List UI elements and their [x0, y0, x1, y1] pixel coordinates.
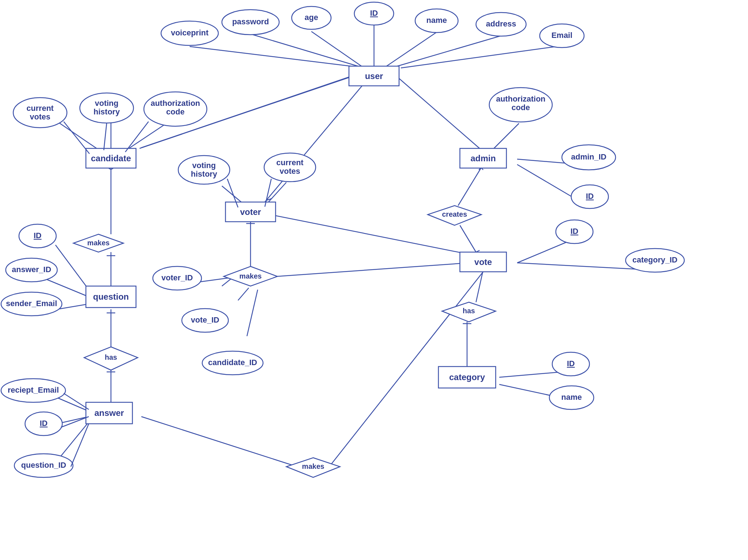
svg-line-40: [238, 288, 249, 300]
svg-line-26: [55, 245, 89, 290]
attr-auth-code-cand-label2: code: [166, 107, 184, 116]
svg-line-13: [397, 77, 480, 148]
entity-category-label: category: [449, 372, 485, 382]
attr-voter-id-label: voter_ID: [161, 273, 193, 282]
svg-line-67: [71, 424, 89, 467]
attr-current-votes-cand-label2: votes: [30, 112, 50, 121]
attr-address-label: address: [486, 19, 516, 28]
svg-line-41: [247, 290, 258, 336]
attr-voting-history-voter-label1: voting: [192, 161, 216, 170]
attr-admin-id-label: admin_ID: [571, 152, 606, 161]
attr-id-vote-label: ID: [570, 227, 578, 236]
svg-line-69: [104, 123, 107, 150]
svg-line-21: [268, 182, 286, 202]
entity-answer-label: answer: [94, 408, 124, 418]
svg-line-17: [494, 123, 519, 148]
svg-line-39: [222, 279, 231, 286]
entity-question-label: question: [93, 292, 129, 301]
attr-id-category-label: ID: [567, 359, 575, 368]
entity-user-label: user: [365, 71, 383, 81]
svg-line-1: [251, 34, 358, 66]
er-diagram: user candidate voter admin vote question…: [0, 0, 748, 560]
svg-line-50: [517, 240, 573, 263]
attr-auth-code-cand-label1: authorization: [151, 99, 200, 108]
attr-auth-code-admin-label2: code: [511, 103, 530, 112]
svg-line-2: [311, 31, 361, 66]
svg-line-56: [499, 372, 562, 377]
attr-category-id-label: category_ID: [632, 255, 677, 264]
svg-line-45: [458, 164, 483, 206]
svg-line-4: [387, 32, 437, 66]
attr-email-user-label: Email: [552, 31, 573, 40]
svg-line-14: [57, 122, 97, 148]
entity-admin-label: admin: [471, 153, 496, 163]
rel-has-category-label: has: [463, 307, 475, 315]
attr-name-user-label: name: [426, 16, 447, 25]
svg-line-68: [64, 122, 89, 154]
attr-voting-history-cand-label2: history: [93, 107, 120, 116]
rel-has-answer-label: has: [105, 353, 117, 361]
rel-makes-voter-label: makes: [239, 272, 262, 280]
svg-line-20: [222, 186, 243, 204]
attr-auth-code-admin-label1: authorization: [496, 94, 545, 103]
rel-makes-candidate-label: makes: [87, 239, 110, 247]
attr-id-user-label: ID: [370, 9, 378, 18]
attr-answer-id-label: answer_ID: [12, 265, 51, 274]
svg-line-48: [460, 225, 476, 252]
svg-line-58: [141, 417, 297, 467]
entity-voter-label: voter: [240, 207, 261, 217]
entity-vote-label: vote: [474, 257, 492, 267]
attr-name-category-label: name: [561, 393, 582, 402]
svg-line-52: [476, 270, 483, 302]
svg-line-42: [267, 263, 469, 277]
attr-current-votes-voter-label1: current: [276, 158, 303, 167]
attr-id-answer-label: ID: [40, 419, 48, 428]
attr-password-label: password: [232, 17, 269, 26]
attr-reciept-email-label: reciept_Email: [8, 385, 59, 394]
attr-vote-id-label: vote_ID: [191, 315, 219, 324]
entity-candidate-label: candidate: [91, 153, 131, 163]
attr-voting-history-voter-label2: history: [191, 170, 217, 178]
rel-makes-answer-label: makes: [302, 462, 324, 470]
attr-sender-email-label: sender_Email: [6, 299, 57, 308]
attr-id-admin-label: ID: [586, 192, 594, 201]
attr-current-votes-voter-label2: votes: [280, 167, 300, 176]
attr-candidate-id-label: candidate_ID: [208, 358, 257, 367]
svg-line-6: [401, 46, 562, 68]
attr-voiceprint-label: voiceprint: [171, 28, 209, 37]
svg-line-70: [125, 122, 149, 152]
attr-question-id-label: question_ID: [21, 461, 66, 470]
attr-voting-history-cand-label1: voting: [95, 99, 118, 108]
svg-line-44: [270, 215, 467, 254]
attr-age-label: age: [305, 13, 318, 22]
attr-current-votes-cand-label1: current: [26, 104, 54, 113]
rel-creates-label: creates: [442, 210, 467, 218]
svg-line-65: [64, 393, 89, 409]
attr-id-question-label: ID: [34, 231, 42, 240]
